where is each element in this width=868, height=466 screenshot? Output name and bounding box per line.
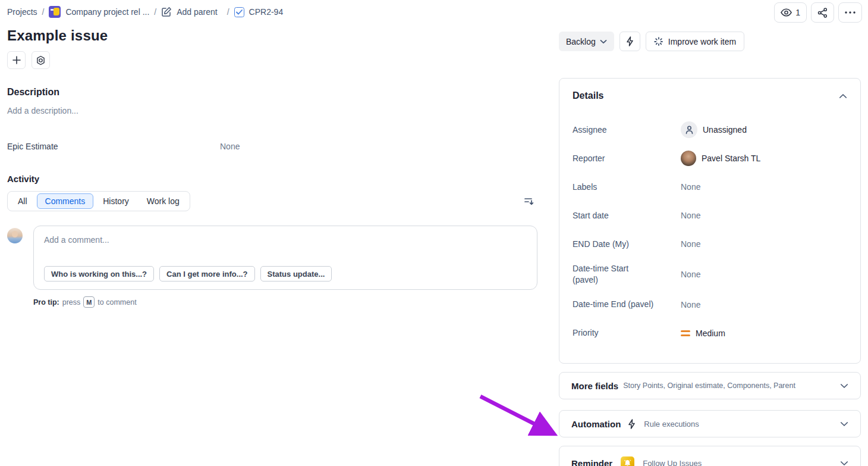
unassigned-avatar-icon <box>681 121 697 138</box>
watch-button[interactable]: 1 <box>774 2 807 23</box>
field-row-end-date: END Date (My) None <box>573 234 847 254</box>
more-fields-summary: Story Points, Original estimate, Compone… <box>623 381 840 390</box>
breadcrumb-project[interactable]: Company project rel ... <box>65 7 149 17</box>
breadcrumb-separator: / <box>154 7 156 17</box>
share-button[interactable] <box>811 2 834 23</box>
activity-controls: All Comments History Work log <box>7 191 537 211</box>
status-toolbar: Backlog Improve work item <box>559 32 861 51</box>
reminder-panel[interactable]: Reminder Follow Up Issues <box>559 446 861 466</box>
edit-icon <box>161 7 172 17</box>
quick-reply-bar: Who is working on this...? Can I get mor… <box>44 266 332 282</box>
priority-medium-icon <box>681 330 690 336</box>
pro-tip-press: press <box>62 298 81 307</box>
field-label: Assignee <box>573 124 681 136</box>
apps-button[interactable] <box>32 51 50 69</box>
reminder-heading: Reminder <box>571 458 612 466</box>
page-title[interactable]: Example issue <box>7 27 537 44</box>
more-fields-heading: More fields <box>571 381 618 391</box>
field-value[interactable]: None <box>681 211 700 220</box>
quick-reply-status-update[interactable]: Status update... <box>260 266 332 282</box>
share-icon <box>817 8 828 18</box>
plus-icon <box>12 55 21 65</box>
more-fields-panel[interactable]: More fields Story Points, Original estim… <box>559 372 861 399</box>
field-row-priority: Priority Medium <box>573 324 847 343</box>
comment-input[interactable]: Add a comment... Who is working on this.… <box>33 226 537 290</box>
field-row-datetime-start: Date-time Start (pavel) None <box>573 263 847 286</box>
avatar[interactable] <box>7 228 23 243</box>
details-header[interactable]: Details <box>573 90 847 101</box>
quick-reply-more-info[interactable]: Can I get more info...? <box>159 266 255 282</box>
breadcrumb-projects[interactable]: Projects <box>7 7 37 17</box>
automation-summary: Rule executions <box>644 420 840 429</box>
chevron-down-icon <box>600 39 607 44</box>
description-placeholder[interactable]: Add a description... <box>7 106 537 115</box>
field-value: Medium <box>696 329 725 338</box>
add-button[interactable] <box>7 51 26 69</box>
field-row-reporter: Reporter Pavel Starsh TL <box>573 149 847 168</box>
field-label: END Date (My) <box>573 239 681 250</box>
field-label: Reporter <box>573 153 681 164</box>
activity-tab-bar: All Comments History Work log <box>7 191 190 211</box>
details-heading: Details <box>573 90 603 101</box>
lightning-icon <box>628 419 636 429</box>
task-type-icon <box>234 7 244 17</box>
header-actions: 1 <box>774 2 862 23</box>
chevron-up-icon[interactable] <box>839 93 847 99</box>
field-value[interactable]: None <box>681 182 700 192</box>
breadcrumb: Projects / Company project rel ... / Add… <box>7 6 283 18</box>
chevron-down-icon[interactable] <box>840 383 848 389</box>
epic-estimate-value[interactable]: None <box>220 142 240 151</box>
breadcrumb-issue-key[interactable]: CPR2-94 <box>249 7 284 17</box>
epic-estimate-label: Epic Estimate <box>7 142 220 151</box>
field-value: Pavel Starsh TL <box>702 154 760 163</box>
chevron-down-icon[interactable] <box>840 461 848 466</box>
automation-heading: Automation <box>571 419 621 429</box>
field-value[interactable]: None <box>681 239 700 249</box>
quick-reply-working[interactable]: Who is working on this...? <box>44 266 154 282</box>
field-label: Labels <box>573 182 681 193</box>
field-label: Date-time End (pavel) <box>573 299 681 310</box>
tab-work-log[interactable]: Work log <box>139 193 188 209</box>
tab-comments[interactable]: Comments <box>37 193 94 209</box>
quick-add-toolbar <box>7 51 537 69</box>
reminder-summary: Follow Up Issues <box>643 459 840 466</box>
sparkle-ai-icon <box>654 37 663 46</box>
automation-quick-button[interactable] <box>619 32 640 51</box>
ellipsis-icon <box>845 11 856 14</box>
field-row-start-date: Start date None <box>573 206 847 225</box>
reminder-bell-icon <box>621 456 634 466</box>
improve-work-item-button[interactable]: Improve work item <box>646 32 744 51</box>
chevron-down-icon[interactable] <box>840 421 848 427</box>
assignee-value[interactable]: Unassigned <box>681 121 747 138</box>
status-dropdown[interactable]: Backlog <box>559 32 614 51</box>
field-label: Priority <box>573 327 681 339</box>
improve-work-item-label: Improve work item <box>668 37 736 46</box>
reporter-avatar <box>681 151 696 166</box>
automation-panel[interactable]: Automation Rule executions <box>559 410 861 437</box>
breadcrumb-separator: / <box>42 7 45 17</box>
details-fields: Assignee Unassigned Reporter <box>573 120 847 343</box>
epic-estimate-row: Epic Estimate None <box>7 142 537 151</box>
activity-heading: Activity <box>7 174 537 184</box>
field-value[interactable]: None <box>681 300 700 309</box>
keyboard-key-m: M <box>83 296 95 308</box>
field-value[interactable]: None <box>681 270 700 279</box>
tab-history[interactable]: History <box>95 193 137 209</box>
more-actions-button[interactable] <box>838 2 862 23</box>
pro-tip: Pro tip: press M to comment <box>33 296 537 308</box>
issue-page: Projects / Company project rel ... / Add… <box>0 0 868 466</box>
field-label: Date-time Start (pavel) <box>573 263 681 286</box>
details-panel: Details Assignee Unassigned <box>559 78 861 364</box>
tab-all[interactable]: All <box>10 193 36 209</box>
comment-composer: Add a comment... Who is working on this.… <box>7 226 537 290</box>
field-label: Start date <box>573 210 681 221</box>
breadcrumb-add-parent[interactable]: Add parent <box>177 7 218 17</box>
priority-value[interactable]: Medium <box>681 329 725 338</box>
reporter-value[interactable]: Pavel Starsh TL <box>681 151 760 166</box>
sort-order-button[interactable] <box>521 193 537 209</box>
description-heading: Description <box>7 87 537 98</box>
issue-main: Example issue Description Add a descript… <box>7 27 537 308</box>
status-label: Backlog <box>566 37 596 46</box>
apps-icon <box>36 55 46 65</box>
eye-icon <box>781 8 792 17</box>
